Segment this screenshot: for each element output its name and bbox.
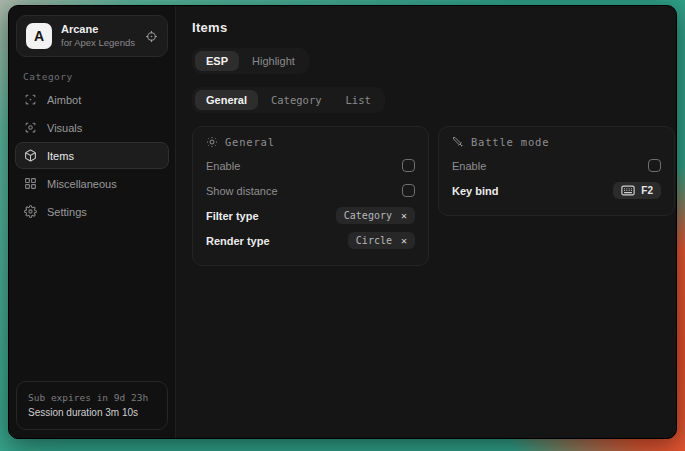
enable-checkbox[interactable] <box>402 159 415 172</box>
sidebar: A Arcane for Apex Legends Category <box>9 6 176 438</box>
battle-enable-row: Enable <box>452 153 661 178</box>
main-content: Items ESP Highlight General Category Lis… <box>176 6 677 438</box>
crosshair-icon[interactable] <box>145 30 158 43</box>
sidebar-item-settings[interactable]: Settings <box>15 198 169 225</box>
page-title: Items <box>192 20 675 35</box>
sidebar-item-label: Aimbot <box>47 94 81 106</box>
battle-mode-panel-title: Battle mode <box>471 136 549 148</box>
sidebar-item-items[interactable]: Items <box>15 142 169 169</box>
filter-type-value: Category <box>344 210 392 221</box>
tab-list[interactable]: List <box>335 90 382 110</box>
swords-icon <box>452 136 464 148</box>
app-window: A Arcane for Apex Legends Category <box>8 5 677 439</box>
battle-enable-checkbox[interactable] <box>648 159 661 172</box>
battle-enable-label: Enable <box>452 160 486 172</box>
sidebar-item-label: Miscellaneous <box>47 178 117 190</box>
sidebar-item-miscellaneous[interactable]: Miscellaneous <box>15 170 169 197</box>
show-distance-row: Show distance <box>206 178 415 203</box>
show-distance-checkbox[interactable] <box>402 184 415 197</box>
show-distance-label: Show distance <box>206 185 278 197</box>
general-panel: General Enable Show distance Filter type… <box>192 126 429 266</box>
render-type-value: Circle <box>356 235 392 246</box>
aimbot-crosshair-icon <box>24 93 37 106</box>
general-panel-title: General <box>225 136 275 148</box>
keyboard-icon <box>621 185 635 196</box>
sidebar-item-label: Visuals <box>47 122 82 134</box>
tab-category[interactable]: Category <box>260 90 333 110</box>
category-section-label: Category <box>23 71 169 82</box>
tab-esp[interactable]: ESP <box>195 51 239 71</box>
eye-scan-icon <box>24 121 37 134</box>
package-icon <box>24 149 37 162</box>
sidebar-item-aimbot[interactable]: Aimbot <box>15 86 169 113</box>
sidebar-item-label: Settings <box>47 206 87 218</box>
battle-mode-panel: Battle mode Enable Key bind <box>438 126 675 216</box>
remove-render-icon[interactable]: ✕ <box>401 236 407 246</box>
mode-tab-group: ESP Highlight <box>192 48 309 74</box>
gear-icon <box>24 205 37 218</box>
sub-expires-text: Sub expires in 9d 23h <box>28 390 156 405</box>
tab-highlight[interactable]: Highlight <box>241 51 306 71</box>
brand-card: A Arcane for Apex Legends <box>16 15 168 57</box>
tab-general[interactable]: General <box>195 90 258 110</box>
filter-type-label: Filter type <box>206 210 259 222</box>
subscription-card: Sub expires in 9d 23h Session duration 3… <box>16 381 168 430</box>
sidebar-item-visuals[interactable]: Visuals <box>15 114 169 141</box>
sub-tab-group: General Category List <box>192 87 385 113</box>
sidebar-item-label: Items <box>47 150 74 162</box>
key-bind-button[interactable]: F2 <box>613 182 661 199</box>
render-type-chip[interactable]: Circle ✕ <box>348 232 415 249</box>
app-name: Arcane <box>61 23 136 37</box>
key-bind-value: F2 <box>641 185 653 196</box>
sidebar-nav: Aimbot Visuals Items <box>15 86 169 225</box>
session-duration-text: Session duration 3m 10s <box>28 405 156 421</box>
render-type-row: Render type Circle ✕ <box>206 228 415 253</box>
render-type-label: Render type <box>206 235 270 247</box>
app-logo: A <box>26 23 52 49</box>
grid-icon <box>24 177 37 190</box>
filter-type-row: Filter type Category ✕ <box>206 203 415 228</box>
app-subtitle: for Apex Legends <box>61 37 136 49</box>
filter-type-chip[interactable]: Category ✕ <box>336 207 415 224</box>
remove-filter-icon[interactable]: ✕ <box>401 211 407 221</box>
key-bind-label: Key bind <box>452 185 498 197</box>
panels-row: General Enable Show distance Filter type… <box>192 126 675 266</box>
sun-icon <box>206 136 218 148</box>
enable-row: Enable <box>206 153 415 178</box>
enable-label: Enable <box>206 160 240 172</box>
key-bind-row: Key bind F2 <box>452 178 661 203</box>
